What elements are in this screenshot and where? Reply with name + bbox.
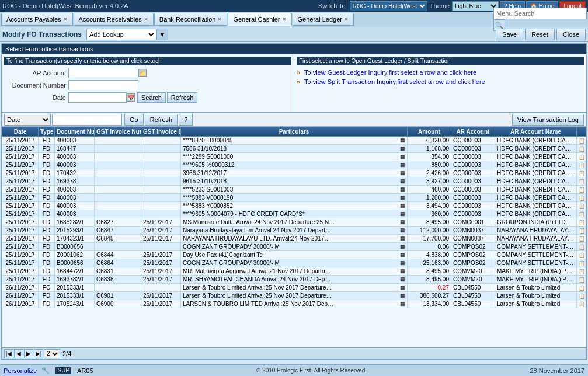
cell-action-icon[interactable]: 📋 (577, 202, 586, 210)
table-row[interactable]: 25/11/2017 FD 169378 9615 31/10/2018 ▦ 3… (2, 177, 586, 186)
particulars-icon[interactable]: ▦ (400, 170, 405, 176)
filter-go-button[interactable]: Go (124, 114, 144, 126)
particulars-icon[interactable]: ▦ (400, 145, 405, 151)
table-row[interactable]: 25/11/2017 FD 170432 3966 31/12/2017 ▦ 2… (2, 169, 586, 177)
cell-action-icon[interactable]: 📋 (577, 161, 586, 169)
save-button[interactable]: Save (496, 29, 523, 40)
cell-action-icon[interactable]: 📋 (577, 276, 586, 284)
cell-action-icon[interactable]: 📋 (577, 177, 586, 186)
particulars-icon[interactable]: ▦ (400, 260, 405, 266)
table-row[interactable]: 25/11/2017 FD Z0001062 C6844 25/11/2017 … (2, 251, 586, 259)
particulars-icon[interactable]: ▦ (400, 227, 405, 233)
next-page-button[interactable]: ▶ (24, 349, 33, 358)
particulars-icon[interactable]: ▦ (400, 154, 405, 159)
filter-refresh-button[interactable]: Refresh (145, 114, 178, 126)
table-row[interactable]: 25/11/2017 FD 1684472/1 C6831 25/11/2017… (2, 267, 586, 276)
tab-accounts-receivables[interactable]: Accounts Receivables ✕ (74, 13, 154, 26)
table-row[interactable]: 25/11/2017 FD 1693782/1 C6838 25/11/2017… (2, 276, 586, 284)
table-row[interactable]: 26/11/2017 FD 2015333/1 C6901 26/11/2017… (2, 292, 586, 300)
cell-action-icon[interactable]: 📋 (577, 300, 586, 308)
close-button[interactable]: Close (556, 29, 586, 40)
particulars-icon[interactable]: ▦ (400, 284, 405, 290)
table-row[interactable]: 25/11/2017 FD 400003 ****5233 S0001003 ▦… (2, 186, 586, 194)
tab-gl-close[interactable]: ✕ (344, 16, 349, 22)
particulars-icon[interactable]: ▦ (400, 194, 405, 200)
filter-help-button[interactable]: ? (179, 114, 193, 126)
particulars-icon[interactable]: ▦ (400, 276, 405, 282)
tab-general-cashier[interactable]: General Cashier ✕ (228, 13, 291, 26)
particulars-icon[interactable]: ▦ (400, 243, 405, 249)
particulars-icon[interactable]: ▦ (400, 178, 405, 184)
date-input[interactable] (68, 92, 127, 103)
cell-action-icon[interactable]: 📋 (577, 267, 586, 276)
table-row[interactable]: 25/11/2017 FD 1685282/1 C6827 25/11/2017… (2, 218, 586, 227)
personalize-link[interactable]: Personalize (4, 367, 37, 374)
date-picker-button[interactable]: 📅 (127, 93, 135, 102)
cell-action-icon[interactable]: 📋 (577, 169, 586, 177)
cell-action-icon[interactable]: 📋 (577, 251, 586, 259)
cell-action-icon[interactable]: 📋 (577, 243, 586, 251)
add-lookup-select[interactable]: Add Lookup (86, 29, 156, 40)
table-row[interactable]: 25/11/2017 FD B0000656 COGNIZANT GROUPAD… (2, 243, 586, 251)
particulars-icon[interactable]: ▦ (400, 268, 405, 274)
search-button[interactable]: Search (137, 92, 166, 103)
cell-action-icon[interactable]: 📋 (577, 153, 586, 161)
tab-ap-close[interactable]: ✕ (63, 16, 68, 22)
cell-action-icon[interactable]: 📋 (577, 235, 586, 243)
particulars-icon[interactable]: ▦ (400, 252, 405, 257)
particulars-icon[interactable]: ▦ (400, 211, 405, 217)
cell-action-icon[interactable]: 📋 (577, 210, 586, 218)
cell-action-icon[interactable]: 📋 (577, 227, 586, 235)
tab-general-ledger[interactable]: General Ledger ✕ (293, 13, 354, 26)
filter-type-select[interactable]: Date (4, 114, 51, 126)
ar-account-browse-button[interactable]: 📁 (138, 69, 147, 77)
particulars-icon[interactable]: ▦ (400, 186, 405, 192)
tab-bank-reconciliation[interactable]: Bank Reconciliation ✕ (154, 13, 228, 26)
view-transaction-log-button[interactable]: View Transaction Log (512, 114, 584, 126)
tab-accounts-payables[interactable]: Accounts Payables ✕ (1, 13, 73, 26)
doc-number-input[interactable] (68, 80, 138, 90)
criteria-refresh-button[interactable]: Refresh (167, 92, 198, 103)
table-row[interactable]: 25/11/2017 FD 400003 ****9605 N0004079 -… (2, 210, 586, 218)
table-row[interactable]: 25/11/2017 FD 168447 7586 31/10/2018 ▦ 1… (2, 145, 586, 153)
table-row[interactable]: 26/11/2017 FD 1705243/1 C6900 26/11/2017… (2, 300, 586, 308)
cell-action-icon[interactable]: 📋 (577, 218, 586, 227)
table-row[interactable]: 25/11/2017 FD B0000656 C6864 25/11/2017 … (2, 259, 586, 267)
guest-ledger-link[interactable]: To view Guest Ledger Inquiry,first selec… (304, 69, 476, 76)
table-row[interactable]: 26/11/2017 FC 2015333/1 Larsen & Toubro … (2, 284, 586, 292)
last-page-button[interactable]: ▶| (34, 349, 43, 358)
particulars-icon[interactable]: ▦ (400, 219, 405, 225)
particulars-icon[interactable]: ▦ (400, 301, 405, 307)
cell-action-icon[interactable]: 📋 (577, 284, 586, 292)
particulars-icon[interactable]: ▦ (400, 137, 405, 143)
hotel-select[interactable]: ROG - Demo Hotel(West (350, 1, 427, 11)
particulars-icon[interactable]: ▦ (400, 235, 405, 241)
table-row[interactable]: 25/11/2017 FD 400003 ****2289 S0001000 ▦… (2, 153, 586, 161)
prev-page-button[interactable]: ◀ (14, 349, 23, 358)
tab-gc-close[interactable]: ✕ (282, 16, 287, 22)
menu-search-input[interactable] (493, 8, 587, 19)
table-row[interactable]: 25/11/2017 FD 400003 ****8870 T0000845 ▦… (2, 137, 586, 145)
ar-account-input[interactable] (68, 68, 138, 78)
table-row[interactable]: 25/11/2017 FD 400003 ****5883 Y0000852 ▦… (2, 202, 586, 210)
particulars-icon[interactable]: ▦ (400, 293, 405, 298)
split-transaction-link[interactable]: To view Split Transaction Inquiry,first … (304, 78, 485, 85)
tab-ar-close[interactable]: ✕ (144, 16, 148, 22)
reset-button[interactable]: Reset (525, 29, 555, 40)
table-row[interactable]: 25/11/2017 FD 1704323/1 C6845 25/11/2017… (2, 235, 586, 243)
cell-action-icon[interactable]: 📋 (577, 137, 586, 145)
filter-input[interactable] (52, 114, 122, 126)
particulars-icon[interactable]: ▦ (400, 203, 405, 208)
table-row[interactable]: 25/11/2017 FD 400003 ****5883 V0000190 ▦… (2, 194, 586, 202)
first-page-button[interactable]: |◀ (4, 349, 13, 358)
tab-br-close[interactable]: ✕ (217, 16, 222, 22)
cell-action-icon[interactable]: 📋 (577, 194, 586, 202)
lookup-dropdown-button[interactable]: ▼ (156, 29, 168, 40)
table-row[interactable]: 25/11/2017 FD 2015293/1 C6847 25/11/2017… (2, 227, 586, 235)
page-select[interactable]: 2 (44, 349, 60, 358)
table-row[interactable]: 25/11/2017 FD 400003 ****9605 %0000312 ▦… (2, 161, 586, 169)
particulars-icon[interactable]: ▦ (400, 162, 405, 168)
cell-action-icon[interactable]: 📋 (577, 259, 586, 267)
theme-select[interactable]: Light Blue (452, 1, 499, 11)
cell-action-icon[interactable]: 📋 (577, 186, 586, 194)
